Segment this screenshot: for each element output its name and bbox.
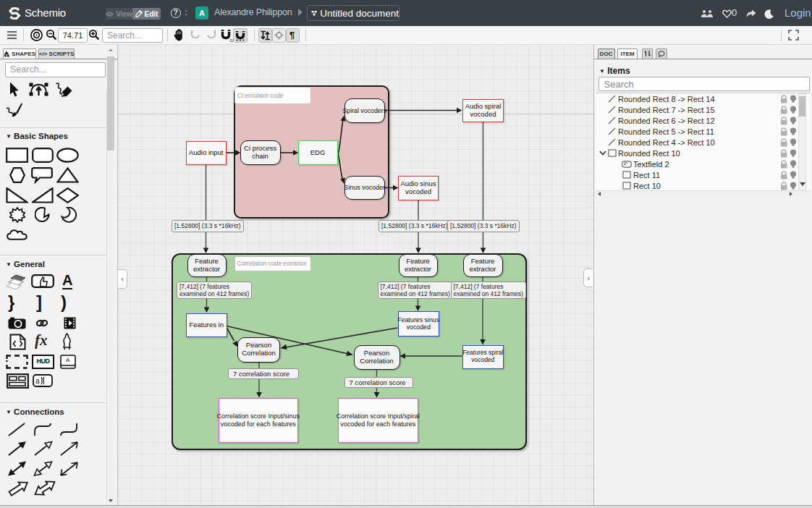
- svg-text:A: A: [66, 357, 70, 363]
- svg-text:a: a: [35, 377, 40, 385]
